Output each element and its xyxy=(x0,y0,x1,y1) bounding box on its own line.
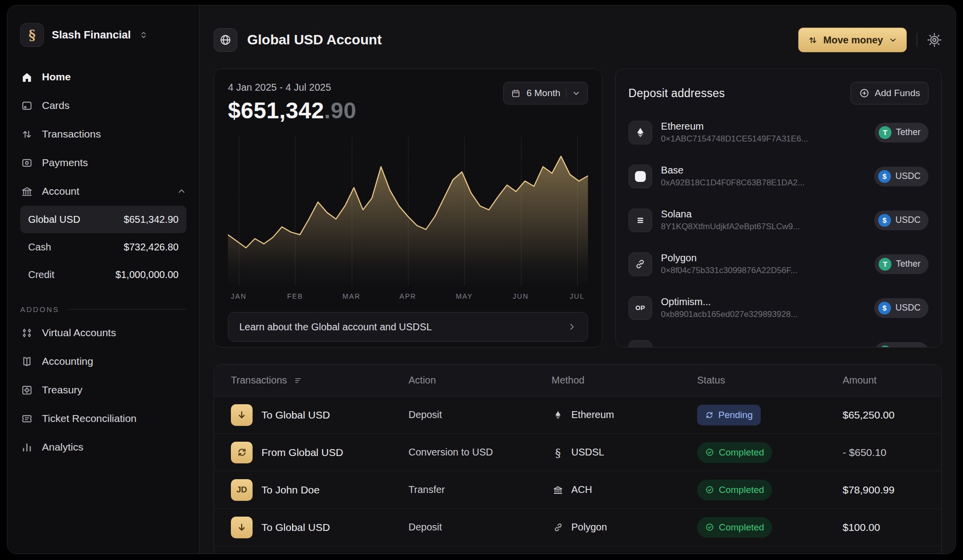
token-label: USDC xyxy=(895,303,921,313)
learn-banner[interactable]: Learn about the Global account and USDSL xyxy=(228,312,588,342)
network-address: 8Y1KQ8XtfmUdjkfA2eBpt67SLCw9... xyxy=(661,222,800,232)
sidebar-nav: Home Cards Transactions Payments xyxy=(20,63,186,461)
balance-chart: JANFEBMARAPRMAYJUNJUL xyxy=(228,137,588,300)
network-address: 0xA92B18C1D4F0F8C63B78E1DA2... xyxy=(661,178,805,188)
token-badge[interactable]: $ USDC xyxy=(874,210,928,230)
deposit-row-polygon[interactable]: Polygon 0×8f04c75b331c3099876A22D56F... … xyxy=(629,242,928,286)
sidebar-item-analytics[interactable]: Analytics xyxy=(20,433,186,461)
period-label: 6 Month xyxy=(526,88,560,99)
sidebar-subitem-cash[interactable]: Cash $732,426.80 xyxy=(20,233,186,261)
transactions-table: Transactions Action Method Status Amount… xyxy=(214,364,942,554)
network-name: Optimism... xyxy=(661,296,798,308)
deposit-row-base[interactable]: Base 0xA92B18C1D4F0F8C63B78E1DA2... $ US… xyxy=(629,154,928,198)
account-amount: $1,000,000.00 xyxy=(115,269,179,280)
settings-gear-icon[interactable] xyxy=(927,33,942,47)
status-badge-completed[interactable]: Completed xyxy=(697,480,772,500)
table-row[interactable]: From Global USD Conversion to USD § USDS… xyxy=(214,434,941,471)
sidebar-item-accounting[interactable]: Accounting xyxy=(20,347,186,376)
deposit-row-solana[interactable]: Solana 8Y1KQ8XtfmUdjkfA2eBpt67SLCw9... $… xyxy=(629,198,928,242)
deposit-addresses-card: Deposit addresses Add Funds xyxy=(615,69,942,348)
table-header-method[interactable]: Method xyxy=(552,375,697,386)
chart-x-labels: JANFEBMARAPRMAYJUNJUL xyxy=(228,289,588,300)
table-header-amount[interactable]: Amount xyxy=(843,375,941,386)
transaction-title: To Global USD xyxy=(261,409,330,421)
transaction-title: To John Doe xyxy=(261,484,320,496)
workspace-switcher[interactable]: § Slash Financial xyxy=(20,23,186,47)
plus-circle-icon xyxy=(859,88,870,99)
chart-area-svg xyxy=(228,137,588,285)
add-funds-button[interactable]: Add Funds xyxy=(851,82,928,105)
ach-bank-icon xyxy=(552,484,564,496)
sidebar-item-home[interactable]: Home xyxy=(20,63,186,91)
method-label: ACH xyxy=(571,484,592,495)
move-money-label: Move money xyxy=(823,35,883,46)
table-row[interactable]: To Global USD Deposit Polygon Completed … xyxy=(214,509,941,546)
status-badge-completed[interactable]: Completed xyxy=(697,517,772,538)
calendar-icon xyxy=(511,88,521,99)
network-name: Base xyxy=(661,165,805,176)
network-name: Solana xyxy=(661,209,800,220)
status-label: Completed xyxy=(719,485,764,495)
payments-icon xyxy=(20,156,34,170)
transaction-amount: $78,900.99 xyxy=(843,484,941,496)
header-actions: Move money xyxy=(798,28,942,52)
chart-plot xyxy=(228,137,588,285)
arbitrum-icon xyxy=(629,340,652,348)
network-info: Ethereum 0×1ABC7154748D1CE5149F7A31E6... xyxy=(661,121,808,144)
optimism-icon: OP xyxy=(629,296,652,320)
column-label: Transactions xyxy=(231,375,287,386)
move-money-button[interactable]: Move money xyxy=(798,28,907,52)
table-row[interactable]: JD To John Doe Transfer ACH Completed xyxy=(214,471,941,509)
method-label: USDSL xyxy=(571,447,604,458)
token-badge[interactable]: $ USDC xyxy=(874,167,928,186)
polygon-icon xyxy=(552,521,564,534)
transactions-icon xyxy=(20,128,34,141)
home-icon xyxy=(20,70,34,84)
sidebar-item-treasury[interactable]: Treasury xyxy=(20,376,186,404)
token-badge[interactable]: T Tether xyxy=(875,342,928,348)
deposit-row-optimism[interactable]: OP Optimism... 0xb8901acb165ed027e329893… xyxy=(629,286,928,330)
transaction-amount: $100.00 xyxy=(843,522,941,533)
sidebar-item-ticket-reconciliation[interactable]: Ticket Reconciliation xyxy=(20,404,186,433)
deposit-row-ethereum[interactable]: Ethereum 0×1ABC7154748D1CE5149F7A31E6...… xyxy=(629,110,928,154)
sidebar-item-cards[interactable]: Cards xyxy=(20,91,186,120)
sidebar-item-virtual-accounts[interactable]: Virtual Accounts xyxy=(20,318,186,347)
sidebar-item-account[interactable]: Account xyxy=(20,177,186,206)
token-badge[interactable]: T Tether xyxy=(875,123,928,142)
add-funds-label: Add Funds xyxy=(875,88,920,99)
check-circle-icon xyxy=(705,523,714,532)
deposit-row-arbitrum[interactable]: Arbitrum... T Tether xyxy=(629,330,928,348)
polygon-icon xyxy=(629,252,652,276)
account-amount: $651,342.90 xyxy=(124,214,179,225)
method-label: Polygon xyxy=(571,522,607,533)
page-header: Global USD Account Move money xyxy=(214,5,942,69)
sidebar-item-label: Ticket Reconciliation xyxy=(42,413,137,424)
table-row[interactable]: To Global USD Deposit Ethereum Pending $… xyxy=(214,396,941,434)
sort-icon[interactable] xyxy=(294,376,303,385)
chart-x-label: JUL xyxy=(570,292,585,300)
sidebar-item-payments[interactable]: Payments xyxy=(20,148,186,177)
period-select[interactable]: 6 Month xyxy=(503,82,588,105)
table-header-transactions[interactable]: Transactions xyxy=(231,375,408,386)
sidebar-item-label: Account xyxy=(42,185,79,197)
chevron-up-icon[interactable] xyxy=(177,186,186,196)
globe-icon xyxy=(214,28,237,52)
account-label: Credit xyxy=(28,269,54,280)
token-badge[interactable]: $ USDC xyxy=(874,298,928,318)
virtual-accounts-icon xyxy=(20,326,34,340)
ticket-icon xyxy=(20,412,34,425)
sidebar-item-transactions[interactable]: Transactions xyxy=(20,120,186,148)
status-badge-completed[interactable]: Completed xyxy=(697,442,772,463)
status-badge-pending[interactable]: Pending xyxy=(697,405,761,425)
workspace-caret-icon xyxy=(139,30,148,40)
sidebar-subitem-global-usd[interactable]: Global USD $651,342.90 xyxy=(20,206,186,233)
table-header-status[interactable]: Status xyxy=(697,375,843,386)
token-badge[interactable]: T Tether xyxy=(875,254,928,274)
chart-x-label: JAN xyxy=(231,292,247,300)
sidebar-item-label: Home xyxy=(42,71,71,83)
table-header-action[interactable]: Action xyxy=(408,375,552,386)
solana-icon xyxy=(629,209,652,232)
chevron-down-icon xyxy=(889,35,897,44)
sidebar-subitem-credit[interactable]: Credit $1,000,000.00 xyxy=(20,261,186,288)
chart-x-label: FEB xyxy=(287,292,303,300)
